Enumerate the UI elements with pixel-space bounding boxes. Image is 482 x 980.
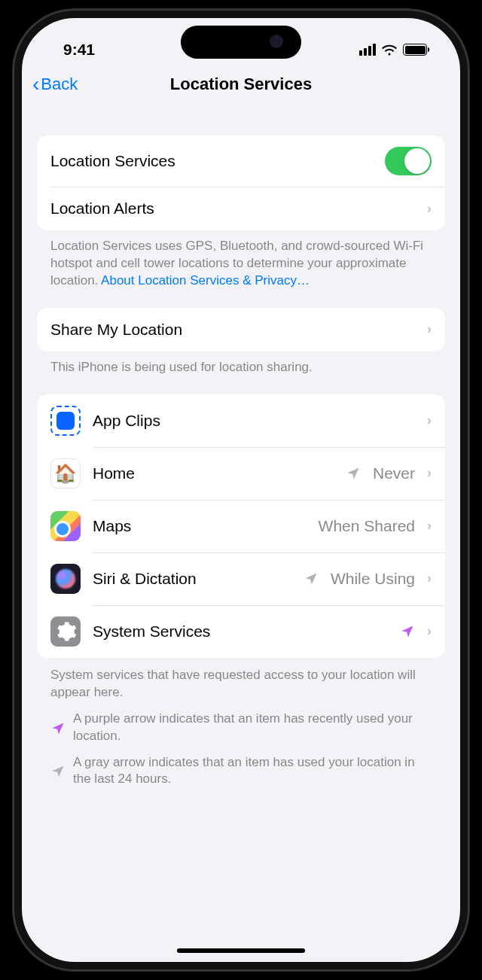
row-label: System Services	[93, 622, 388, 641]
screen: 9:41 ‹ Back Location Services Location S…	[22, 18, 460, 962]
content: Location Services Location Alerts › Loca…	[22, 135, 460, 788]
chevron-right-icon: ›	[427, 321, 432, 337]
location-services-description: Location Services uses GPS, Bluetooth, a…	[37, 230, 445, 290]
row-value: Never	[373, 464, 415, 482]
share-my-location-row[interactable]: Share My Location ›	[37, 308, 445, 352]
row-label: App Clips	[93, 412, 415, 430]
share-location-group: Share My Location ›	[37, 308, 445, 352]
cellular-signal-icon	[359, 44, 376, 56]
chevron-left-icon: ‹	[32, 74, 39, 95]
chevron-right-icon: ›	[427, 201, 432, 217]
row-label: Location Services	[50, 152, 373, 170]
home-indicator[interactable]	[177, 948, 305, 953]
status-time: 9:41	[63, 41, 95, 59]
location-services-row[interactable]: Location Services	[37, 135, 445, 187]
siri-app-icon	[50, 564, 81, 594]
share-location-description: This iPhone is being used for location s…	[37, 352, 445, 376]
chevron-right-icon: ›	[427, 623, 432, 639]
row-label: Siri & Dictation	[93, 570, 291, 588]
legend: System services that have requested acce…	[37, 658, 445, 789]
legend-gray-text: A gray arrow indicates that an item has …	[73, 754, 432, 789]
location-arrow-gray-icon	[346, 466, 361, 481]
row-value: While Using	[331, 570, 415, 588]
page-title: Location Services	[170, 75, 312, 94]
chevron-right-icon: ›	[427, 412, 432, 428]
row-label: Home	[93, 464, 334, 482]
legend-gray-row: A gray arrow indicates that an item has …	[50, 754, 432, 789]
location-arrow-purple-icon	[50, 712, 66, 745]
maps-app-icon	[50, 511, 81, 541]
privacy-link[interactable]: About Location Services & Privacy…	[101, 273, 310, 288]
row-label: Share My Location	[50, 321, 415, 339]
back-button[interactable]: ‹ Back	[32, 74, 78, 95]
navigation-bar: ‹ Back Location Services	[22, 68, 460, 104]
row-label: Maps	[93, 517, 307, 535]
chevron-right-icon: ›	[427, 571, 432, 586]
apps-group: App Clips › 🏠 Home Never › Maps When Sha…	[37, 394, 445, 658]
battery-icon	[403, 44, 427, 56]
home-app-icon: 🏠	[50, 458, 81, 488]
app-clips-icon	[50, 406, 81, 436]
location-alerts-row[interactable]: Location Alerts ›	[37, 187, 445, 230]
wifi-icon	[381, 44, 398, 56]
row-value: When Shared	[319, 517, 415, 535]
location-arrow-gray-icon	[304, 571, 319, 586]
system-services-icon	[50, 616, 81, 647]
status-indicators	[359, 44, 427, 56]
location-arrow-purple-icon	[400, 624, 415, 639]
system-services-row[interactable]: System Services ›	[37, 605, 445, 658]
home-app-row[interactable]: 🏠 Home Never ›	[37, 447, 445, 500]
location-services-toggle[interactable]	[385, 147, 432, 175]
row-label: Location Alerts	[50, 199, 415, 218]
system-services-footer: System services that have requested acce…	[50, 667, 432, 702]
legend-purple-row: A purple arrow indicates that an item ha…	[50, 711, 432, 745]
legend-purple-text: A purple arrow indicates that an item ha…	[73, 711, 432, 745]
main-settings-group: Location Services Location Alerts ›	[37, 135, 445, 230]
phone-frame: 9:41 ‹ Back Location Services Location S…	[13, 9, 469, 971]
siri-app-row[interactable]: Siri & Dictation While Using ›	[37, 552, 445, 605]
app-clips-row[interactable]: App Clips ›	[37, 394, 445, 447]
dynamic-island	[181, 26, 301, 59]
back-label: Back	[41, 75, 78, 94]
maps-app-row[interactable]: Maps When Shared ›	[37, 500, 445, 552]
chevron-right-icon: ›	[427, 518, 432, 534]
chevron-right-icon: ›	[427, 465, 432, 481]
location-arrow-gray-icon	[50, 756, 66, 789]
